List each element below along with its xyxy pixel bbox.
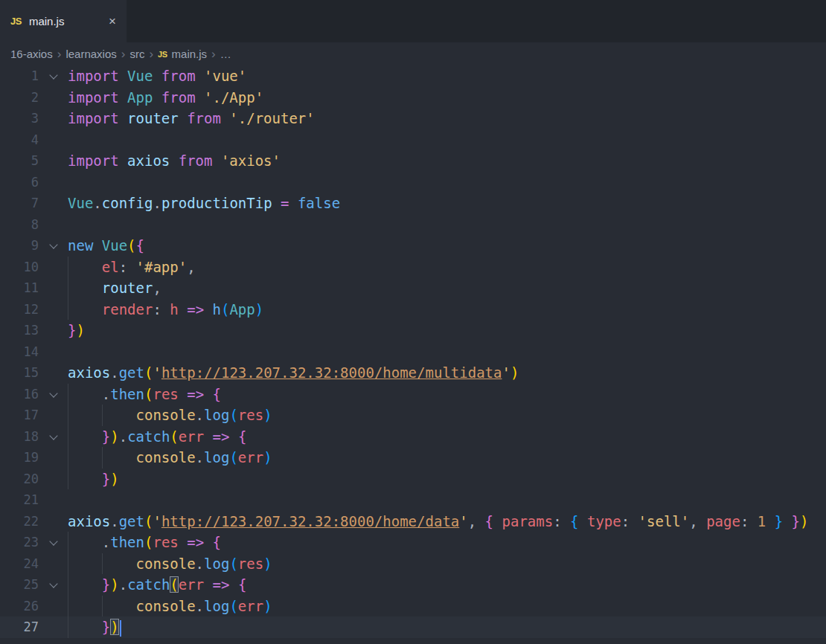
chevron-down-icon (49, 431, 57, 439)
code-line[interactable]: 16 .then(res => { (0, 384, 826, 405)
code-text: .then(res => { (68, 384, 826, 405)
code-text: }).catch(err => { (68, 574, 826, 596)
fold-spacer (39, 129, 68, 151)
fold-chevron-icon[interactable] (39, 235, 68, 257)
fold-chevron-icon[interactable] (39, 574, 68, 596)
code-text: import Vue from 'vue' (68, 65, 826, 87)
code-line[interactable]: 23 .then(res => { (0, 532, 826, 553)
breadcrumb: 16-axios›learnaxios›src›JSmain.js›… (0, 42, 826, 65)
code-line[interactable]: 21 (0, 489, 826, 511)
code-text: new Vue({ (68, 235, 826, 257)
indent-guide (102, 447, 103, 468)
indent-guide (68, 532, 68, 553)
breadcrumb-item--[interactable]: … (220, 48, 231, 60)
code-line[interactable]: 26 console.log(err) (0, 596, 826, 617)
indent-guide (68, 616, 68, 638)
indent-guide (102, 596, 103, 617)
fold-spacer (39, 468, 68, 490)
line-number: 16 (0, 384, 39, 405)
code-line[interactable]: 19 console.log(err) (0, 447, 826, 468)
code-line[interactable]: 17 console.log(res) (0, 405, 826, 426)
tab-main-js[interactable]: JS main.js × (0, 0, 127, 42)
line-number: 14 (0, 341, 39, 363)
code-line[interactable]: 8 (0, 214, 826, 236)
close-tab-icon[interactable]: × (109, 15, 116, 28)
code-line[interactable]: 4 (0, 129, 826, 151)
code-line[interactable]: 1import Vue from 'vue' (0, 65, 826, 87)
javascript-file-icon: JS (158, 50, 167, 59)
indent-guide (68, 257, 68, 278)
fold-spacer (39, 193, 68, 214)
indent-guide (68, 596, 68, 617)
code-line[interactable]: 7Vue.config.productionTip = false (0, 193, 826, 214)
fold-spacer (39, 277, 68, 299)
breadcrumb-separator-icon: › (144, 48, 158, 60)
breadcrumb-item-16-axios[interactable]: 16-axios (10, 48, 53, 60)
line-number: 20 (0, 468, 39, 490)
line-number: 6 (0, 172, 39, 193)
breadcrumb-item-label: 16-axios (10, 48, 53, 60)
line-number: 26 (0, 596, 39, 617)
text-cursor (120, 620, 121, 637)
code-line[interactable]: 27 }) (0, 616, 826, 638)
code-text: Vue.config.productionTip = false (68, 193, 826, 214)
indent-guide (68, 405, 68, 426)
code-text: }) (68, 320, 826, 341)
fold-spacer (39, 257, 68, 278)
chevron-down-icon (49, 537, 57, 545)
breadcrumb-item-label: src (129, 48, 144, 60)
code-line[interactable]: 25 }).catch(err => { (0, 574, 826, 596)
code-editor[interactable]: 1import Vue from 'vue'2import App from '… (0, 65, 826, 638)
code-text (68, 129, 826, 151)
breadcrumb-item-label: … (220, 48, 231, 60)
code-line[interactable]: 18 }).catch(err => { (0, 426, 826, 448)
breadcrumb-item-label: main.js (172, 48, 208, 60)
code-line[interactable]: 3import router from './router' (0, 108, 826, 129)
fold-chevron-icon[interactable] (39, 532, 68, 553)
fold-chevron-icon[interactable] (39, 65, 68, 87)
fold-spacer (39, 150, 68, 172)
code-line[interactable]: 13}) (0, 320, 826, 341)
line-number: 19 (0, 447, 39, 468)
code-text: axios.get('http://123.207.32.32:8000/hom… (68, 511, 826, 532)
breadcrumb-item-learnaxios[interactable]: learnaxios (65, 48, 116, 60)
code-text: console.log(err) (68, 447, 826, 468)
code-line[interactable]: 10 el: '#app', (0, 257, 826, 278)
code-text: .then(res => { (68, 532, 826, 553)
fold-spacer (39, 341, 68, 363)
line-number: 8 (0, 214, 39, 236)
code-line[interactable]: 14 (0, 341, 826, 363)
fold-chevron-icon[interactable] (39, 384, 68, 405)
code-line[interactable]: 5import axios from 'axios' (0, 150, 826, 172)
code-line[interactable]: 12 render: h => h(App) (0, 299, 826, 321)
indent-guide (68, 384, 68, 405)
indent-guide (102, 553, 103, 575)
code-line[interactable]: 22axios.get('http://123.207.32.32:8000/h… (0, 511, 826, 532)
chevron-down-icon (49, 579, 57, 587)
line-number: 22 (0, 511, 39, 532)
line-number: 9 (0, 235, 39, 257)
indent-guide (68, 447, 68, 468)
fold-spacer (39, 405, 68, 426)
vscode-editor-window: JS main.js × 16-axios›learnaxios›src›JSm… (0, 0, 826, 644)
line-number: 27 (0, 616, 39, 638)
line-number: 12 (0, 299, 39, 321)
code-text: console.log(err) (68, 596, 826, 617)
code-line[interactable]: 15axios.get('http://123.207.32.32:8000/h… (0, 362, 826, 384)
breadcrumb-separator-icon: › (53, 48, 66, 60)
fold-chevron-icon[interactable] (39, 426, 68, 448)
code-line[interactable]: 9new Vue({ (0, 235, 826, 257)
code-line[interactable]: 6 (0, 172, 826, 193)
code-line[interactable]: 11 router, (0, 277, 826, 299)
indent-guide (68, 277, 68, 299)
code-text: }) (68, 468, 826, 490)
code-line[interactable]: 24 console.log(res) (0, 553, 826, 575)
code-line[interactable]: 2import App from './App' (0, 87, 826, 109)
code-text: import router from './router' (68, 108, 826, 129)
code-line[interactable]: 20 }) (0, 468, 826, 490)
fold-spacer (39, 320, 68, 341)
breadcrumb-item-src[interactable]: src (129, 48, 144, 60)
code-text: console.log(res) (68, 405, 826, 426)
breadcrumb-item-main-js[interactable]: JSmain.js (158, 48, 207, 60)
fold-spacer (39, 362, 68, 384)
